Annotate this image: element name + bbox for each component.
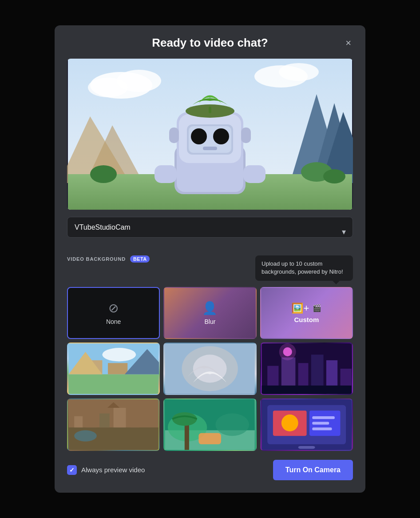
video-chat-modal: Ready to video chat? × [55,25,365,493]
bg-scene-6[interactable] [260,398,353,451]
none-icon: ⊘ [108,301,119,315]
svg-rect-74 [298,446,315,449]
svg-point-23 [191,128,207,144]
svg-point-3 [88,78,128,97]
svg-rect-56 [131,415,139,427]
svg-point-70 [281,414,298,431]
modal-overlay: Ready to video chat? × [0,0,420,518]
custom-icons: 🖼️+ 🎬 [291,303,321,314]
section-label: VIDEO BACKGROUND [67,256,126,262]
blur-icon: 👤 [202,301,218,315]
svg-rect-73 [312,427,332,430]
svg-rect-49 [262,386,351,394]
svg-rect-25 [203,147,217,150]
video-preview [67,59,353,210]
section-label-row: VIDEO BACKGROUND BETA [67,255,150,263]
svg-point-48 [279,343,296,360]
none-label: None [106,318,121,325]
bg-option-custom[interactable]: 🖼️+ 🎬 Custom [260,287,353,339]
svg-point-12 [90,165,117,183]
svg-rect-55 [114,408,126,427]
bg-option-blur[interactable]: 👤 Blur [163,287,256,339]
checkbox-box: ✓ [67,465,77,475]
scene4-svg [68,399,159,450]
avatar-scene [67,59,353,210]
svg-rect-18 [243,165,265,183]
bg-scene-2[interactable] [163,343,256,395]
svg-point-14 [323,169,345,183]
svg-rect-26 [169,128,179,143]
scene6-svg [261,399,352,450]
modal-title: Ready to video chat? [152,36,268,50]
footer-row: ✓ Always preview video Turn On Camera [67,460,353,480]
svg-rect-65 [199,433,222,444]
checkbox-label: Always preview video [81,466,145,474]
modal-header: Ready to video chat? × [67,36,353,50]
svg-point-64 [172,412,197,426]
video-background-section-header: VIDEO BACKGROUND BETA Upload up to 10 cu… [67,255,353,280]
svg-rect-33 [108,363,127,375]
svg-rect-31 [69,375,158,394]
svg-point-58 [74,430,97,442]
beta-badge: BETA [130,255,150,263]
svg-rect-71 [312,416,335,419]
bg-scene-5[interactable] [163,398,256,451]
custom-label: Custom [294,316,319,323]
scene1-svg [68,343,159,394]
svg-rect-63 [185,422,189,450]
scene3-svg [261,343,352,394]
svg-point-5 [279,63,319,81]
scene5-svg [164,399,255,450]
svg-point-24 [213,128,229,144]
checkmark-icon: ✓ [69,466,75,474]
always-preview-checkbox[interactable]: ✓ Always preview video [67,465,145,475]
camera-select-wrapper: VTubeStudioCam Default Camera Integrated… [67,217,353,247]
video-icon: 🎬 [313,304,321,312]
svg-point-36 [102,348,136,361]
turn-on-camera-button[interactable]: Turn On Camera [273,460,353,480]
blur-label: Blur [205,318,216,325]
svg-rect-52 [74,416,83,427]
close-button[interactable]: × [344,36,353,50]
add-image-icon: 🖼️+ [291,303,309,314]
svg-rect-53 [85,410,96,427]
bg-scene-1[interactable] [67,343,160,395]
svg-rect-29 [209,107,211,113]
bg-option-none[interactable]: ⊘ None [67,287,160,339]
svg-rect-54 [99,414,110,428]
background-grid: ⊘ None 👤 Blur 🖼️+ 🎬 Custom [67,287,353,451]
svg-rect-72 [312,422,329,425]
bg-scene-3[interactable] [260,343,353,395]
svg-rect-17 [155,165,177,183]
svg-rect-27 [241,128,251,143]
camera-select[interactable]: VTubeStudioCam Default Camera Integrated… [67,217,353,238]
svg-point-62 [216,414,250,436]
tooltip-bubble: Upload up to 10 custom backgrounds, powe… [255,255,353,280]
bg-scene-4[interactable] [67,398,160,451]
scene2-svg [164,343,255,394]
